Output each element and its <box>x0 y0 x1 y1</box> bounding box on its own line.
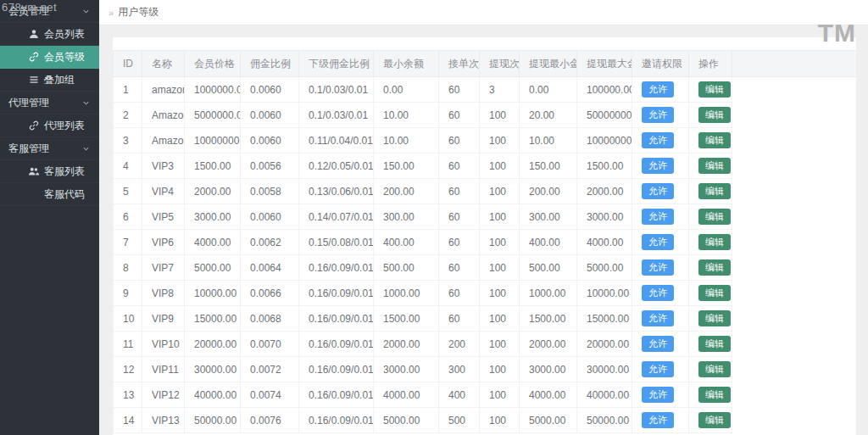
sidebar-item-stack-group[interactable]: 叠加组 <box>0 69 99 92</box>
table-cell: 60 <box>439 103 480 128</box>
action-cell: 编辑 <box>689 128 732 153</box>
action-cell: 编辑 <box>689 77 732 103</box>
table-cell: 100 <box>480 357 520 382</box>
action-cell: 编辑 <box>689 230 732 255</box>
action-cell: 编辑 <box>689 281 732 306</box>
table-cell: 100 <box>480 204 520 230</box>
table-row: 4VIP31500.000.00560.12/0.05/0.01150.0060… <box>114 153 857 179</box>
edit-button[interactable]: 编辑 <box>698 336 731 352</box>
table-cell: 1000000.00 <box>185 77 241 103</box>
edit-button[interactable]: 编辑 <box>698 209 731 225</box>
table-cell: 0.0076 <box>241 408 299 433</box>
sidebar-item-member-list[interactable]: 会员列表 <box>0 23 99 46</box>
allow-button[interactable]: 允许 <box>642 259 674 276</box>
edit-button[interactable]: 编辑 <box>698 234 731 250</box>
table-cell: 200.00 <box>374 179 439 204</box>
allow-button[interactable]: 允许 <box>642 107 674 123</box>
allow-button[interactable]: 允许 <box>642 412 674 428</box>
sidebar-section-agent-management[interactable]: 代理管理 <box>0 92 99 114</box>
table-cell: 0.1/0.03/0.01 <box>299 103 374 128</box>
sidebar-item-service-code[interactable]: 客服代码 <box>0 183 99 206</box>
edit-button[interactable]: 编辑 <box>698 132 731 148</box>
table-cell: 60 <box>439 306 480 332</box>
table-cell: 0.16/0.09/0.01 <box>299 281 374 306</box>
table-cell: VIP3 <box>142 153 185 179</box>
table-cell: 0.13/0.06/0.01 <box>299 179 374 204</box>
table-cell: 1500.00 <box>577 153 632 179</box>
allow-button[interactable]: 允许 <box>642 183 674 199</box>
table-cell: 100 <box>480 281 520 306</box>
table-row: 11VIP1020000.000.00700.16/0.09/0.012000.… <box>114 332 857 357</box>
allow-button[interactable]: 允许 <box>642 81 674 98</box>
table-cell: VIP5 <box>142 204 185 230</box>
invite-permission-cell: 允许 <box>632 357 689 382</box>
site-watermark: 678ym.net <box>2 1 57 14</box>
edit-button[interactable]: 编辑 <box>698 310 731 326</box>
table-row: 3Amazon10000000.000.00600.11/0.04/0.0110… <box>114 128 857 153</box>
table-cell: 3000.00 <box>185 204 241 230</box>
edit-button[interactable]: 编辑 <box>698 412 731 428</box>
column-header: 邀请权限 <box>632 51 689 77</box>
table-cell: 0.00 <box>520 77 577 103</box>
allow-button[interactable]: 允许 <box>642 209 674 225</box>
edit-button[interactable]: 编辑 <box>698 285 731 301</box>
edit-button[interactable]: 编辑 <box>698 387 731 403</box>
column-header: 佣金比例 <box>241 51 299 77</box>
table-cell: 0.16/0.09/0.01 <box>299 306 374 332</box>
table-cell: 0.1/0.03/0.01 <box>299 77 374 103</box>
sidebar-item-label: 会员列表 <box>44 27 85 42</box>
table-cell: VIP12 <box>142 382 185 408</box>
table-cell: 100 <box>480 408 520 433</box>
allow-button[interactable]: 允许 <box>642 310 674 326</box>
table-cell: 2000.00 <box>185 179 241 204</box>
allow-button[interactable]: 允许 <box>642 387 674 403</box>
sidebar-section-service-management[interactable]: 客服管理 <box>0 137 99 160</box>
sidebar-item-service-list[interactable]: 客服列表 <box>0 160 99 183</box>
sidebar-item-agent-list[interactable]: 代理列表 <box>0 114 99 137</box>
edit-button[interactable]: 编辑 <box>698 183 731 199</box>
user-icon <box>27 29 40 39</box>
table-row: 7VIP64000.000.00620.15/0.08/0.01400.0060… <box>114 230 857 255</box>
table-cell: 5000000.00 <box>185 103 241 128</box>
filler-cell <box>732 332 857 357</box>
action-cell: 编辑 <box>689 153 732 179</box>
filler-cell <box>732 281 857 306</box>
table-cell: 2 <box>114 103 142 128</box>
table-row: 14VIP1350000.000.00760.16/0.09/0.015000.… <box>114 408 857 433</box>
table-cell: 0.15/0.08/0.01 <box>299 230 374 255</box>
table-cell: 3000.00 <box>374 357 439 382</box>
table-cell: 13 <box>114 382 142 408</box>
table-cell: 2000.00 <box>577 179 632 204</box>
table-cell: 5000.00 <box>374 408 439 433</box>
table-cell: 0.0068 <box>241 306 299 332</box>
allow-button[interactable]: 允许 <box>642 285 674 301</box>
table-cell: 11 <box>114 332 142 357</box>
table-cell: 300.00 <box>374 204 439 230</box>
table-cell: 50000.00 <box>577 408 632 433</box>
invite-permission-cell: 允许 <box>632 77 689 103</box>
table-cell: 20.00 <box>520 103 577 128</box>
breadcrumb: 用户等级 <box>118 5 159 20</box>
sidebar-section-label: 代理管理 <box>8 96 81 110</box>
allow-button[interactable]: 允许 <box>642 234 674 250</box>
table-cell: amazon <box>142 77 185 103</box>
edit-button[interactable]: 编辑 <box>698 107 731 123</box>
edit-button[interactable]: 编辑 <box>698 81 731 98</box>
table-cell: 20000.00 <box>185 332 241 357</box>
allow-button[interactable]: 允许 <box>642 361 674 377</box>
table-cell: 3000.00 <box>577 204 632 230</box>
invite-permission-cell: 允许 <box>632 103 689 128</box>
table-cell: 400 <box>439 382 480 408</box>
allow-button[interactable]: 允许 <box>642 132 674 148</box>
allow-button[interactable]: 允许 <box>642 158 674 174</box>
edit-button[interactable]: 编辑 <box>698 361 731 377</box>
main-content: ID名称会员价格佣金比例下级佣金比例最小余额接单次数提现次数提现最小金额提现最大… <box>99 25 868 435</box>
table-cell: VIP4 <box>142 179 185 204</box>
table-cell: 60 <box>439 153 480 179</box>
allow-button[interactable]: 允许 <box>642 336 674 352</box>
edit-button[interactable]: 编辑 <box>698 158 731 174</box>
edit-button[interactable]: 编辑 <box>698 259 731 276</box>
sidebar-item-member-level[interactable]: 会员等级 <box>0 46 99 69</box>
table-cell: 60 <box>439 179 480 204</box>
table-cell: 500.00 <box>520 255 577 281</box>
